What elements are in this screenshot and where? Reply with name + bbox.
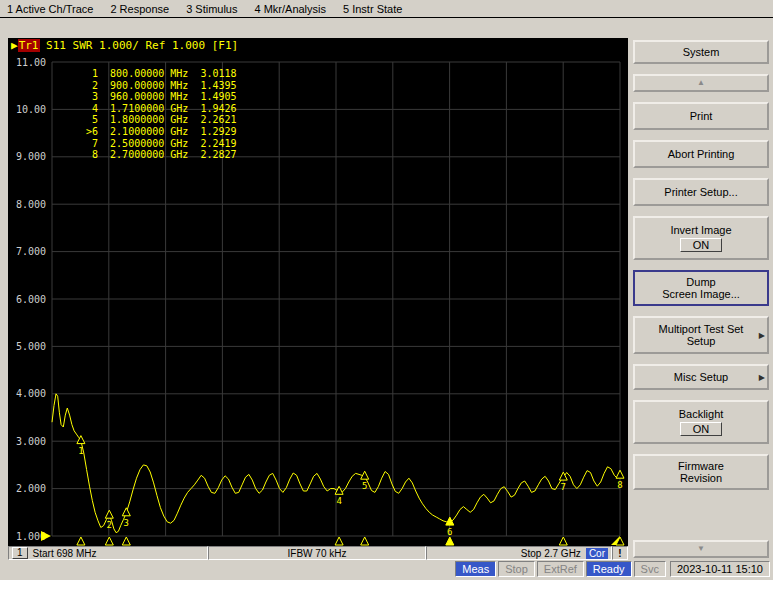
softkey-label: Dump	[686, 276, 715, 288]
softkey-label: Abort Printing	[668, 148, 735, 160]
menu-item[interactable]: 4 Mkr/Analysis	[254, 3, 326, 15]
svg-text:10.00: 10.00	[16, 104, 46, 115]
softkey-backlight-button[interactable]: BacklightON	[633, 400, 769, 444]
trace-label: Tr1	[18, 39, 40, 52]
stop-frequency-label: Stop 2.7 GHz	[521, 548, 581, 559]
softkey-system-header[interactable]: System	[633, 40, 769, 64]
chevron-up-icon: ▲	[697, 79, 705, 87]
softkey-label: Misc Setup	[674, 371, 728, 383]
softkey-abort-printing-button[interactable]: Abort Printing	[633, 140, 769, 168]
softkey-dump-button[interactable]: DumpScreen Image...	[633, 270, 769, 306]
softkey-state-value: ON	[680, 238, 723, 252]
softkey-printer-setup-button[interactable]: Printer Setup...	[633, 178, 769, 206]
alert-indicator: !	[612, 546, 628, 560]
menu-bar: 1 Active Ch/Trace2 Response3 Stimulus4 M…	[0, 0, 773, 18]
status-indicator-ready: Ready	[586, 561, 632, 577]
svg-text:3: 3	[124, 518, 129, 528]
softkey-label: Backlight	[679, 408, 724, 420]
status-indicators: MeasStopExtRefReadySvc	[455, 561, 666, 577]
svg-text:6: 6	[447, 527, 452, 537]
svg-text:3.000: 3.000	[16, 436, 46, 447]
softkey-label-line2: Screen Image...	[662, 288, 740, 300]
svg-text:8.000: 8.000	[16, 199, 46, 210]
svg-text:7: 7	[561, 482, 566, 492]
softkey-invert-image-button[interactable]: Invert ImageON	[633, 216, 769, 260]
svg-text:1: 1	[78, 446, 83, 456]
ifbw-label: IFBW 70 kHz	[288, 548, 347, 559]
status-indicator-stop: Stop	[498, 561, 535, 577]
submenu-arrow-icon: ▶	[759, 373, 765, 382]
softkey-print-button[interactable]: Print	[633, 102, 769, 130]
menu-item[interactable]: 1 Active Ch/Trace	[7, 3, 93, 15]
status-indicator-svc: Svc	[634, 561, 666, 577]
chevron-down-icon: ▼	[697, 545, 705, 553]
svg-text:2.000: 2.000	[16, 483, 46, 494]
trace-header: ▶Tr1 S11 SWR 1.000/ Ref 1.000 [F1]	[11, 39, 238, 52]
svg-text:5.000: 5.000	[16, 341, 46, 352]
svg-text:7.000: 7.000	[16, 246, 46, 257]
start-frequency-segment: 1 Start 698 MHz	[8, 546, 208, 560]
svg-text:6.000: 6.000	[16, 294, 46, 305]
svg-text:4.000: 4.000	[16, 388, 46, 399]
start-frequency-label: Start 698 MHz	[33, 548, 97, 559]
svg-text:2: 2	[107, 520, 112, 530]
softkey-state-value: ON	[680, 422, 723, 436]
instrument-status-bar: MeasStopExtRefReadySvc 2023-10-11 15:10	[0, 560, 773, 578]
trace-settings-text: S11 SWR 1.000/ Ref 1.000 [F1]	[40, 39, 239, 52]
softkey-label: Print	[690, 110, 713, 122]
softkey-label: Multiport Test Set	[659, 323, 744, 335]
plot-area: 11.0010.009.0008.0007.0006.0005.0004.000…	[8, 38, 628, 546]
softkey-misc-setup-button[interactable]: Misc Setup▶	[633, 364, 769, 390]
ifbw-segment: IFBW 70 kHz	[208, 546, 426, 560]
softkey-menu: System▲PrintAbort PrintingPrinter Setup.…	[633, 40, 769, 558]
channel-number: 1	[12, 547, 28, 559]
softkey-label-line2: Revision	[680, 472, 722, 484]
menu-item[interactable]: 3 Stimulus	[186, 3, 237, 15]
softkey-label: Firmware	[678, 460, 724, 472]
status-indicator-extref: ExtRef	[537, 561, 584, 577]
softkey-label: Printer Setup...	[664, 186, 737, 198]
svg-text:8: 8	[617, 480, 622, 490]
submenu-arrow-icon: ▶	[759, 331, 765, 340]
svg-text:4: 4	[336, 496, 341, 506]
softkey-firmware-button[interactable]: FirmwareRevision	[633, 454, 769, 490]
menu-item[interactable]: 5 Instr State	[343, 3, 402, 15]
svg-text:9.000: 9.000	[16, 151, 46, 162]
softkey-label-line2: Setup	[687, 335, 716, 347]
alert-exclamation: !	[618, 548, 621, 559]
softkey-multiport-test-set-button[interactable]: Multiport Test SetSetup▶	[633, 316, 769, 354]
vna-application-window: 1 Active Ch/Trace2 Response3 Stimulus4 M…	[0, 0, 773, 580]
svg-text:5: 5	[362, 481, 367, 491]
marker-table: 1 800.00000 MHz 3.0118 2 900.00000 MHz 1…	[86, 68, 237, 161]
menu-item[interactable]: 2 Response	[110, 3, 169, 15]
datetime-display: 2023-10-11 15:10	[670, 561, 770, 577]
status-indicator-meas: Meas	[455, 561, 496, 577]
softkey-label: Invert Image	[670, 224, 731, 236]
active-trace-arrow-icon: ▶	[11, 39, 18, 52]
softkey-scroll-down-button[interactable]: ▼	[633, 540, 769, 558]
stimulus-bar: 1 Start 698 MHz IFBW 70 kHz Stop 2.7 GHz…	[8, 546, 628, 560]
correction-badge: Cor	[586, 548, 608, 559]
svg-text:11.00: 11.00	[16, 57, 46, 68]
stop-frequency-segment: Stop 2.7 GHz Cor	[426, 546, 612, 560]
softkey-scroll-up-button[interactable]: ▲	[633, 74, 769, 92]
